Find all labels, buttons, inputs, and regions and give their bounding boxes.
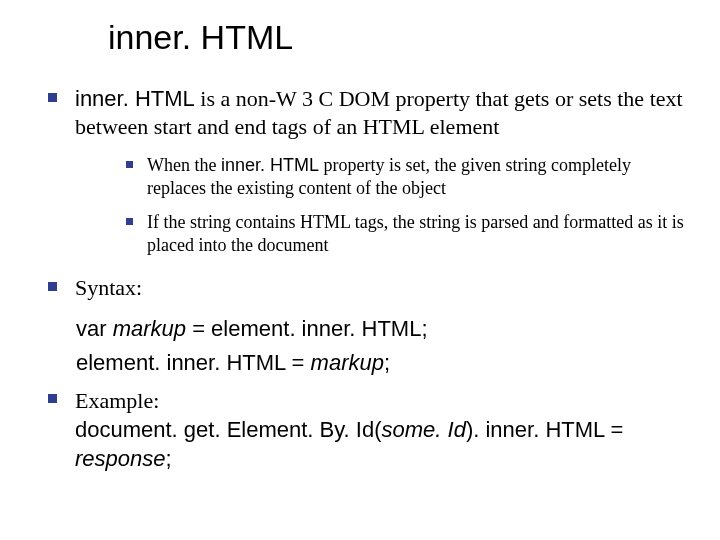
var-span: markup: [113, 316, 186, 341]
bullet-text: Syntax:: [75, 274, 142, 302]
bullet-text: If the string contains HTML tags, the st…: [147, 211, 692, 258]
text-span: When the: [147, 155, 221, 175]
text-span: Example:: [75, 388, 159, 413]
bullet-icon: [126, 218, 133, 225]
bullet-icon: [48, 93, 57, 102]
code-span: var: [76, 316, 113, 341]
code-span: = element. inner. HTML;: [186, 316, 428, 341]
var-span: response: [75, 446, 166, 471]
bullet-text: When the inner. HTML property is set, th…: [147, 154, 692, 201]
bullet-item: If the string contains HTML tags, the st…: [28, 211, 692, 258]
var-span: markup: [311, 350, 384, 375]
slide-title: inner. HTML: [108, 18, 692, 57]
bullet-text: Example: document. get. Element. By. Id(…: [75, 386, 692, 473]
var-span: some. Id: [382, 417, 466, 442]
nested-bullet-group: When the inner. HTML property is set, th…: [28, 154, 692, 258]
bullet-item: When the inner. HTML property is set, th…: [28, 154, 692, 201]
bullet-icon: [126, 161, 133, 168]
syntax-line: var markup = element. inner. HTML;: [76, 315, 692, 343]
code-span: ). inner. HTML =: [466, 417, 624, 442]
bullet-item: inner. HTML is a non-W 3 C DOM property …: [28, 85, 692, 140]
code-span: document. get. Element. By. Id(: [75, 417, 382, 442]
bullet-text: inner. HTML is a non-W 3 C DOM property …: [75, 85, 692, 140]
slide: inner. HTML inner. HTML is a non-W 3 C D…: [0, 0, 720, 540]
bullet-item: Syntax:: [28, 274, 692, 302]
code-span: inner. HTML: [221, 155, 319, 175]
syntax-line: element. inner. HTML = markup;: [76, 349, 692, 377]
bullet-icon: [48, 394, 57, 403]
code-span: element. inner. HTML =: [76, 350, 311, 375]
code-span: ;: [166, 446, 172, 471]
bullet-item: Example: document. get. Element. By. Id(…: [28, 386, 692, 473]
code-span: inner. HTML: [75, 86, 195, 111]
bullet-icon: [48, 282, 57, 291]
code-span: ;: [384, 350, 390, 375]
